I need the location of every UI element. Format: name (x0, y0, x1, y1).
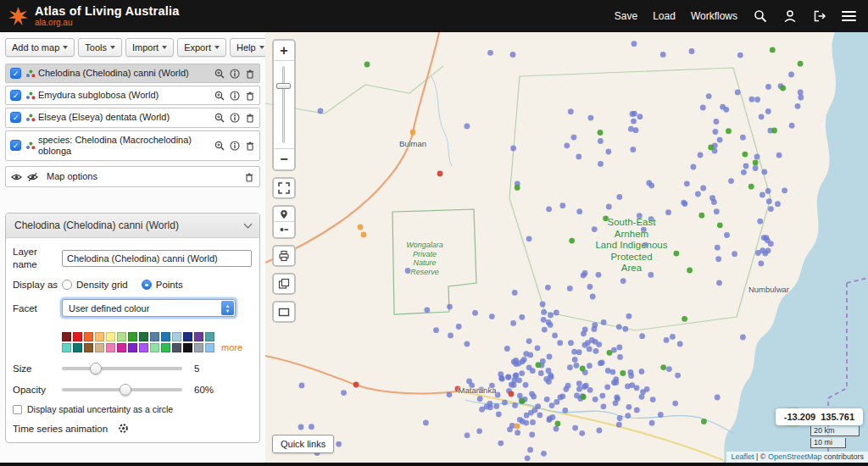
export-button[interactable]: Export (177, 38, 226, 57)
colour-swatch[interactable] (106, 343, 115, 352)
opacity-label: Opacity (13, 384, 62, 396)
layer-row-elseya-dentata[interactable]: Elseya (Elseya) dentata (World) (5, 108, 260, 127)
points-radio[interactable] (142, 280, 152, 290)
layer-visibility-checkbox[interactable] (10, 112, 21, 123)
nav-save[interactable]: Save (615, 10, 637, 22)
layer-label: Emydura subglobosa (World) (38, 90, 214, 101)
hide-all-layers-eye-off-icon[interactable] (27, 171, 38, 182)
layer-name-input[interactable] (62, 250, 252, 267)
logout-icon[interactable] (812, 9, 826, 24)
colour-swatch[interactable] (62, 343, 71, 352)
layer-visibility-checkbox[interactable] (10, 90, 21, 101)
sidebar: Add to map Tools Import Export Help Chel… (0, 32, 265, 463)
panel-header[interactable]: Chelodina (Chelodina) canni (World) (6, 214, 259, 238)
opacity-slider[interactable] (62, 384, 182, 396)
colour-swatch[interactable] (73, 332, 82, 341)
map-canvas[interactable]: BulmanNumbulwarMatarankaWongalaraPrivate… (265, 32, 868, 463)
quick-links-button[interactable]: Quick links (272, 435, 334, 453)
add-to-map-button[interactable]: Add to map (5, 38, 75, 57)
map-options-label[interactable]: Map options (47, 171, 238, 182)
delete-layer-icon[interactable] (244, 112, 255, 123)
occurrence-points-layer[interactable] (298, 41, 804, 461)
help-button[interactable]: Help (230, 38, 265, 57)
layer-info-icon[interactable] (229, 140, 240, 151)
colour-swatch[interactable] (172, 332, 181, 341)
layer-name-label: Layer name (13, 246, 62, 270)
menu-icon[interactable] (842, 11, 856, 21)
point-tool-button[interactable] (274, 207, 294, 222)
colour-swatch[interactable] (194, 332, 203, 341)
layer-info-icon[interactable] (229, 90, 240, 101)
zoom-slider[interactable] (274, 61, 294, 149)
size-slider[interactable] (62, 363, 182, 374)
colour-swatch[interactable] (95, 343, 104, 352)
colour-swatch[interactable] (95, 332, 104, 341)
show-all-layers-eye-icon[interactable] (11, 171, 22, 182)
zoom-in-button[interactable]: + (274, 41, 294, 61)
facet-select[interactable]: User defined colour ▲▼ (62, 299, 236, 317)
colour-swatch[interactable] (150, 343, 159, 352)
colour-swatch[interactable] (183, 343, 192, 352)
zoom-to-layer-icon[interactable] (214, 112, 225, 123)
road-roper-highway (457, 391, 723, 460)
tools-button[interactable]: Tools (78, 38, 122, 57)
chevron-down-icon (110, 46, 115, 49)
delete-layer-icon[interactable] (244, 140, 255, 151)
colour-swatch[interactable] (73, 343, 82, 352)
fullscreen-button[interactable] (274, 179, 294, 197)
delete-all-layers-icon[interactable] (243, 171, 254, 182)
more-colours-link[interactable]: more (221, 342, 242, 352)
map-toolbar: Add to map Tools Import Export Help (5, 38, 260, 57)
colour-swatch[interactable] (150, 332, 159, 341)
colour-swatch[interactable] (84, 343, 93, 352)
colour-swatch[interactable] (172, 343, 181, 352)
colour-swatch[interactable] (161, 332, 170, 341)
colour-swatch[interactable] (205, 343, 214, 352)
colour-swatch[interactable] (161, 343, 170, 352)
search-icon[interactable] (753, 9, 767, 24)
layer-row-chelodina-canni[interactable]: Chelodina (Chelodina) canni (World) (5, 64, 260, 83)
colour-swatch[interactable] (139, 343, 148, 352)
delete-layer-icon[interactable] (244, 90, 255, 101)
osm-link[interactable]: OpenStreetMap (768, 452, 822, 461)
density-grid-label: Density grid (76, 280, 128, 290)
layer-info-icon[interactable] (229, 112, 240, 123)
density-grid-radio[interactable] (62, 280, 72, 290)
user-icon[interactable] (782, 9, 797, 24)
import-button[interactable]: Import (125, 38, 174, 57)
colour-swatch[interactable] (139, 332, 148, 341)
zoom-to-layer-icon[interactable] (214, 90, 225, 101)
print-button[interactable] (274, 247, 294, 265)
layer-info-icon[interactable] (229, 68, 240, 79)
colour-swatch[interactable] (117, 332, 126, 341)
colour-swatch[interactable] (106, 332, 115, 341)
layer-row-chelodina-oblonga[interactable]: species: Chelodina (Macrochelodina) oblo… (5, 130, 260, 161)
nav-load[interactable]: Load (653, 10, 676, 22)
nav-workflows[interactable]: Workflows (691, 10, 737, 22)
colour-swatch[interactable] (194, 343, 203, 352)
opacity-slider-handle[interactable] (120, 384, 131, 396)
area-select-button[interactable] (274, 302, 294, 321)
layer-row-emydura-subglobosa[interactable]: Emydura subglobosa (World) (5, 86, 260, 105)
animation-settings-gear-icon[interactable] (118, 423, 129, 434)
uncertainty-checkbox[interactable] (13, 405, 22, 414)
colour-swatch[interactable] (183, 332, 192, 341)
transect-tool-button[interactable] (274, 222, 294, 237)
layer-visibility-checkbox[interactable] (10, 140, 21, 151)
delete-layer-icon[interactable] (244, 68, 255, 79)
zoom-out-button[interactable]: − (274, 149, 294, 169)
colour-swatch[interactable] (205, 332, 214, 341)
collapse-chevron-icon (244, 219, 253, 228)
layer-visibility-checkbox[interactable] (10, 68, 21, 79)
size-slider-handle[interactable] (90, 363, 102, 374)
colour-swatch[interactable] (128, 343, 137, 352)
colour-swatch[interactable] (117, 343, 126, 352)
snapshot-button[interactable] (274, 275, 294, 293)
leaflet-link[interactable]: Leaflet (731, 452, 754, 461)
zoom-slider-knob[interactable] (276, 83, 291, 89)
zoom-to-layer-icon[interactable] (214, 140, 225, 151)
colour-swatch[interactable] (84, 332, 93, 341)
colour-swatch[interactable] (128, 332, 137, 341)
colour-swatch[interactable] (62, 332, 71, 341)
zoom-to-layer-icon[interactable] (214, 68, 225, 79)
